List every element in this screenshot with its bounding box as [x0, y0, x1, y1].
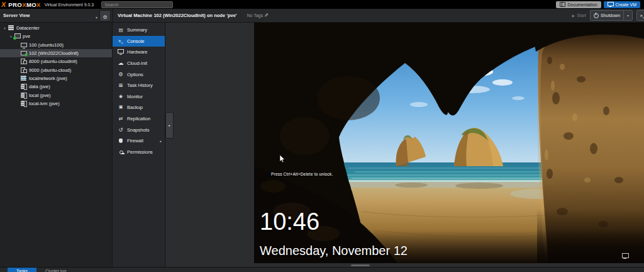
vnc-console-canvas[interactable]: Press Ctrl+Alt+Delete to unlock. 10:46 W…	[254, 23, 644, 263]
cloud-init-icon	[117, 60, 125, 67]
tree-item-local-pve[interactable]: local (pve)	[0, 91, 112, 99]
horizontal-scrollbar-thumb[interactable]	[351, 264, 370, 266]
tree-item-datacenter[interactable]: ▾ Datacenter	[0, 24, 112, 32]
menu-item-hardware[interactable]: Hardware	[113, 47, 165, 58]
search-input[interactable]	[101, 1, 173, 8]
server-view-bar: Server View	[0, 9, 113, 23]
unlock-instruction: Press Ctrl+Alt+Delete to unlock.	[271, 172, 333, 176]
backup-icon	[117, 105, 125, 111]
bottom-tab-tasks[interactable]: Tasks	[8, 268, 36, 272]
lock-screen-date: Wednesday, November 12	[260, 244, 408, 257]
menu-item-replication[interactable]: Replication	[113, 113, 165, 125]
version-label: Virtual Environment 9.0.3	[45, 3, 94, 7]
tree-item-102-win2022cloudinit[interactable]: 102 (Win2022CloudInit)	[0, 49, 112, 57]
menu-item-backup[interactable]: Backup	[113, 102, 165, 113]
tree-settings-button[interactable]	[99, 10, 111, 21]
tree-item-localnetwork-pve[interactable]: localnetwork (pve)	[0, 74, 112, 82]
menu-item-summary[interactable]: Summary	[113, 25, 165, 36]
datacenter-icon	[8, 25, 15, 31]
summary-icon	[117, 27, 125, 33]
terminal-icon	[640, 13, 644, 18]
menu-item-task-history[interactable]: Task History	[113, 80, 165, 91]
start-button[interactable]: ▶ Start	[572, 13, 586, 18]
proxmox-logo: PROXMOX	[8, 1, 40, 8]
proxmox-logo-icon: X	[1, 1, 6, 8]
mouse-cursor	[279, 155, 286, 164]
options-icon	[117, 71, 125, 77]
button-divider	[623, 11, 624, 20]
global-header: X PROXMOX Virtual Environment 9.0.3 Docu…	[0, 0, 644, 9]
power-icon	[594, 13, 599, 18]
pencil-icon	[264, 13, 269, 18]
chevron-down-icon[interactable]	[96, 10, 97, 21]
resource-tree: ▾ Datacenter ▾ pve 100 (ubuntu100) 102 (…	[0, 23, 113, 267]
tree-item-100-ubuntu100[interactable]: 100 (ubuntu100)	[0, 41, 112, 49]
menu-item-options[interactable]: Options	[113, 69, 165, 80]
task-history-icon	[117, 82, 125, 89]
panel-collapse-handle[interactable]	[165, 112, 174, 139]
network-icon	[20, 75, 28, 82]
tree-item-9000-ubuntu-cloud[interactable]: 9000 (ubuntu-cloud)	[0, 65, 112, 74]
permissions-icon	[117, 149, 125, 155]
display-status-icon[interactable]	[622, 253, 629, 258]
snapshots-icon	[117, 127, 125, 133]
server-view-select[interactable]: Server View	[3, 13, 94, 18]
menu-item-console[interactable]: Console	[113, 36, 165, 47]
storage-icon	[20, 83, 28, 90]
submenu-caret-icon: ▸	[160, 139, 162, 143]
documentation-button[interactable]: Documentation	[556, 1, 601, 8]
node-icon	[14, 33, 21, 40]
menu-item-cloud-init[interactable]: Cloud-Init	[113, 58, 165, 69]
bottom-tab-cluster-log[interactable]: Cluster log	[36, 268, 75, 272]
tree-item-data-pve[interactable]: data (pve)	[0, 82, 112, 91]
tags-editor[interactable]: No Tags	[247, 13, 269, 18]
menu-item-firewall[interactable]: Firewall ▸	[113, 135, 165, 147]
replication-icon	[117, 116, 125, 122]
status-bottom-bar: TasksCluster log	[0, 267, 644, 272]
play-icon: ▶	[572, 13, 575, 18]
console-button[interactable]: Console	[636, 10, 644, 21]
tree-item-local-lvm-pve[interactable]: local-lvm (pve)	[0, 99, 112, 108]
create-vm-button[interactable]: Create VM	[604, 1, 640, 8]
console-area: Press Ctrl+Alt+Delete to unlock. 10:46 W…	[165, 23, 644, 267]
vm-toolbar: Virtual Machine 102 (Win2022CloudInit) o…	[113, 9, 644, 23]
expand-caret-icon[interactable]: ▾	[2, 26, 8, 30]
storage-icon	[20, 100, 28, 107]
template-icon	[20, 67, 28, 74]
menu-item-permissions[interactable]: Permissions	[113, 147, 165, 158]
tree-item-pve[interactable]: ▾ pve	[0, 32, 112, 40]
monitor-icon	[608, 2, 614, 6]
menu-item-monitor[interactable]: Monitor	[113, 91, 165, 103]
book-icon	[560, 2, 565, 7]
vm-running-icon	[20, 50, 28, 57]
hardware-icon	[117, 49, 125, 55]
chevron-down-icon[interactable]	[627, 13, 629, 18]
vm-icon	[20, 42, 28, 48]
firewall-icon	[117, 138, 125, 144]
vm-menu: Summary Console Hardware Cloud-Init Opti…	[113, 23, 165, 267]
storage-icon	[20, 92, 28, 99]
tree-item-8000-ubuntu-cloudinit[interactable]: 8000 (ubuntu-cloudinit)	[0, 57, 112, 65]
gear-icon	[103, 10, 107, 21]
menu-item-snapshots[interactable]: Snapshots	[113, 124, 165, 135]
vm-title: Virtual Machine 102 (Win2022CloudInit) o…	[118, 13, 237, 18]
shutdown-button[interactable]: Shutdown	[590, 10, 633, 21]
template-icon	[20, 58, 28, 65]
lock-screen-clock: 10:46	[260, 210, 319, 234]
console-icon	[117, 38, 125, 44]
monitor-icon	[117, 93, 125, 99]
